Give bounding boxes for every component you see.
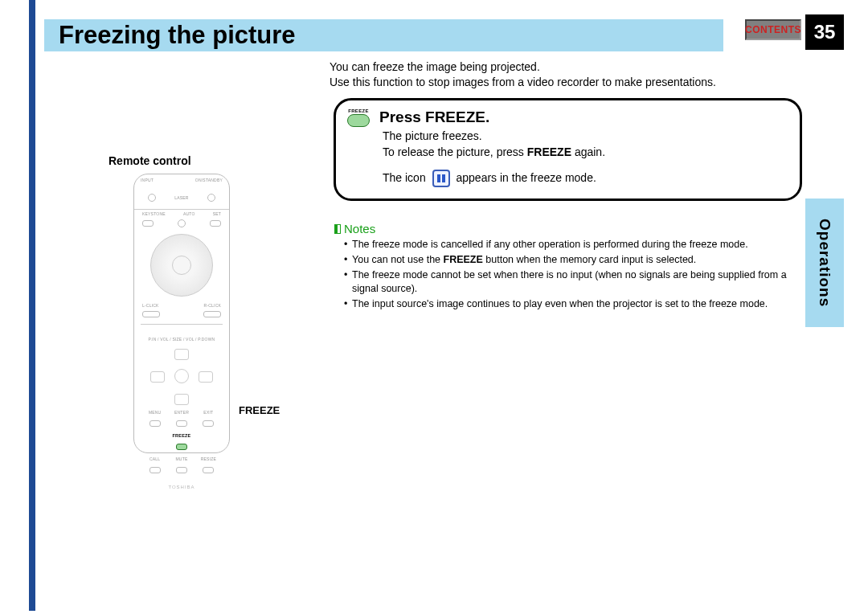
- contents-button[interactable]: CONTENTS: [745, 19, 801, 40]
- remote-menu-label: MENU: [144, 410, 166, 415]
- remote-resize-label: RESIZE: [198, 456, 219, 461]
- remote-control-diagram: INPUT ON/STANDBY LASER KEYSTONE AUTO SET…: [133, 174, 230, 453]
- notes-item: You can not use the FREEZE button when t…: [344, 253, 799, 267]
- instruction-line-1: The picture freezes.: [383, 129, 788, 145]
- notes-item: The input source's image continues to pl…: [344, 297, 799, 311]
- instruction-line-2: To release the picture, press FREEZE aga…: [383, 145, 788, 161]
- instruction-heading: Press FREEZE.: [379, 108, 489, 126]
- title-bar: Freezing the picture: [44, 19, 723, 51]
- freeze-key-icon: [347, 114, 370, 127]
- remote-input-button: [148, 194, 156, 202]
- intro-line-2: Use this function to stop images from a …: [330, 75, 716, 90]
- remote-laser-label: LASER: [174, 195, 188, 200]
- remote-lclick-button: [142, 311, 160, 317]
- notes-heading: Notes: [334, 222, 375, 235]
- section-tab-label: Operations: [816, 219, 833, 307]
- pause-icon: [432, 170, 450, 187]
- remote-enter-label: ENTER: [170, 410, 192, 415]
- instruction-panel: FREEZE Press FREEZE. The picture freezes…: [334, 98, 802, 201]
- remote-rclick-label: R-CLICK: [204, 303, 221, 308]
- remote-onstandby-label: ON/STANDBY: [195, 178, 223, 182]
- remote-freeze-label: FREEZE: [170, 433, 192, 438]
- notes-item: The freeze mode is cancelled if any othe…: [344, 238, 799, 252]
- intro-line-1: You can freeze the image being projected…: [330, 59, 716, 75]
- remote-lclick-label: L-CLICK: [142, 303, 159, 308]
- remote-keystone-label: KEYSTONE: [142, 211, 166, 216]
- remote-brand: TOSHIBA: [134, 485, 229, 489]
- remote-menu-button: [149, 420, 161, 427]
- remote-exit-button: [203, 420, 214, 427]
- remote-enter-button: [176, 420, 187, 427]
- page-number: 35: [805, 14, 844, 50]
- remote-wheel: [150, 234, 213, 297]
- remote-call-label: CALL: [144, 456, 166, 461]
- remote-rclick-button: [203, 311, 221, 317]
- remote-set-label: SET: [213, 211, 221, 216]
- notes-item: The freeze mode cannot be set when there…: [344, 268, 799, 296]
- freeze-key-graphic: FREEZE: [347, 108, 370, 127]
- notes-icon: [334, 224, 341, 234]
- remote-onstandby-button: [207, 194, 215, 202]
- remote-mute-label: MUTE: [170, 456, 192, 461]
- remote-keystone-button: [142, 220, 154, 227]
- remote-dpad: [147, 349, 216, 405]
- remote-pvol-label: P.IN / VOL / SIZE / VOL / P.DOWN: [149, 337, 215, 342]
- remote-auto-button: [178, 219, 186, 227]
- remote-mute-button: [176, 467, 187, 473]
- remote-control-label: Remote control: [108, 154, 191, 167]
- remote-input-label: INPUT: [141, 178, 154, 182]
- left-strip: [29, 0, 35, 611]
- instruction-line-3: The icon appears in the freeze mode.: [383, 170, 788, 187]
- remote-set-button: [210, 220, 221, 227]
- remote-exit-label: EXIT: [198, 410, 219, 415]
- freeze-key-label: FREEZE: [348, 108, 368, 113]
- intro-text: You can freeze the image being projected…: [330, 59, 716, 90]
- remote-call-button: [149, 467, 161, 473]
- remote-freeze-button: [176, 444, 187, 450]
- page-title: Freezing the picture: [59, 21, 296, 50]
- section-tab-operations[interactable]: Operations: [805, 199, 844, 327]
- notes-list: The freeze mode is cancelled if any othe…: [344, 238, 799, 312]
- remote-resize-button: [203, 467, 214, 473]
- freeze-callout-label: FREEZE: [239, 404, 280, 416]
- remote-auto-label: AUTO: [183, 211, 195, 216]
